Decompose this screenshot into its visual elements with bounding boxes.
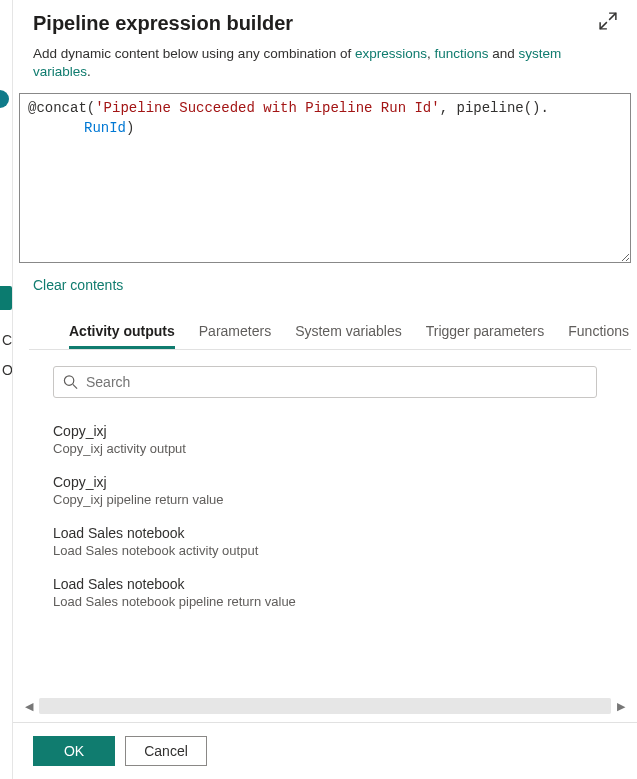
intro-text: Add dynamic content below using any comb…	[13, 43, 637, 91]
link-expressions[interactable]: expressions	[355, 46, 427, 61]
expression-builder-panel: Pipeline expression builder Add dynamic …	[12, 0, 637, 779]
link-functions[interactable]: functions	[435, 46, 489, 61]
underlying-letter: C	[2, 332, 12, 348]
list-item-title: Copy_ixj	[53, 473, 597, 491]
list-item[interactable]: Copy_ixj Copy_ixj activity output	[53, 422, 597, 457]
list-item[interactable]: Load Sales notebook Load Sales notebook …	[53, 575, 597, 610]
list-item-sub: Load Sales notebook activity output	[53, 542, 597, 559]
list-item-sub: Load Sales notebook pipeline return valu…	[53, 593, 597, 610]
list-item-title: Load Sales notebook	[53, 524, 597, 542]
tab-trigger-parameters[interactable]: Trigger parameters	[426, 323, 545, 349]
scroll-right-icon[interactable]: ▶	[613, 700, 629, 713]
expand-icon[interactable]	[599, 12, 617, 30]
tab-activity-outputs[interactable]: Activity outputs	[69, 323, 175, 349]
tab-functions[interactable]: Functions	[568, 323, 629, 349]
list-item[interactable]: Load Sales notebook Load Sales notebook …	[53, 524, 597, 559]
tab-system-variables[interactable]: System variables	[295, 323, 402, 349]
clear-contents-link[interactable]: Clear contents	[33, 277, 123, 293]
activity-output-list: Copy_ixj Copy_ixj activity output Copy_i…	[53, 422, 597, 626]
svg-point-0	[64, 376, 73, 385]
underlying-panel: C O	[0, 0, 12, 779]
tab-bar: Activity outputs Parameters System varia…	[29, 293, 631, 350]
tab-parameters[interactable]: Parameters	[199, 323, 271, 349]
list-item[interactable]: Copy_ixj Copy_ixj pipeline return value	[53, 473, 597, 508]
list-item-title: Load Sales notebook	[53, 575, 597, 593]
scroll-thumb[interactable]	[39, 698, 611, 714]
list-item-sub: Copy_ixj pipeline return value	[53, 491, 597, 508]
scroll-track[interactable]	[39, 698, 611, 714]
search-icon	[63, 375, 78, 390]
ok-button[interactable]: OK	[33, 736, 115, 766]
list-item-sub: Copy_ixj activity output	[53, 440, 597, 457]
underlying-badge	[0, 90, 9, 108]
horizontal-scrollbar[interactable]: ◀ ▶	[21, 697, 629, 715]
cancel-button[interactable]: Cancel	[125, 736, 207, 766]
page-title: Pipeline expression builder	[33, 12, 293, 35]
footer: OK Cancel	[13, 723, 637, 779]
search-input[interactable]	[53, 366, 597, 398]
underlying-selection	[0, 286, 12, 310]
list-item-title: Copy_ixj	[53, 422, 597, 440]
scroll-left-icon[interactable]: ◀	[21, 700, 37, 713]
expression-editor[interactable]: @concat('Pipeline Succeeded with Pipelin…	[19, 93, 631, 263]
